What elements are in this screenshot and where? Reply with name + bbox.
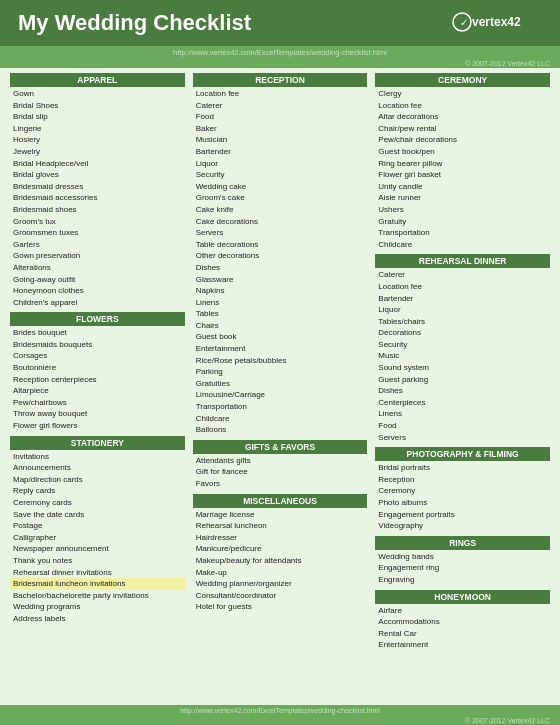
- list-item: Brides bouquet: [10, 327, 185, 339]
- list-item: Flower girl flowers: [10, 420, 185, 432]
- list-item: Children's apparel: [10, 297, 185, 309]
- footer-copyright: © 2007-2012 Vertex42 LLC: [0, 716, 560, 725]
- svg-text:vertex42: vertex42: [472, 15, 521, 29]
- list-item: Engagement portraits: [375, 509, 550, 521]
- section-3-4: RINGSWedding bandsEngagement ringEngravi…: [375, 536, 550, 586]
- list-item: Newspaper announcement: [10, 543, 185, 555]
- list-item: Map/direction cards: [10, 474, 185, 486]
- list-item: Aisle runner: [375, 192, 550, 204]
- svg-text:✓: ✓: [460, 17, 468, 28]
- list-item: Ring bearer pillow: [375, 158, 550, 170]
- page: My Wedding Checklist vertex42 ✓ http://w…: [0, 0, 560, 725]
- list-item: Servers: [375, 432, 550, 444]
- list-item: Favors: [193, 478, 368, 490]
- copyright-top: © 2007-2012 Vertex42 LLC: [0, 59, 560, 68]
- list-item: Rice/Rose petals/bubbles: [193, 355, 368, 367]
- list-item: Reply cards: [10, 485, 185, 497]
- section-header-3-1: CEREMONY: [375, 73, 550, 87]
- list-item: Chair/pew rental: [375, 123, 550, 135]
- list-item: Bridesmaids bouquets: [10, 339, 185, 351]
- list-item: Security: [193, 169, 368, 181]
- list-item: Going-away outfit: [10, 274, 185, 286]
- list-item: Jewelry: [10, 146, 185, 158]
- list-item: Airfare: [375, 605, 550, 617]
- list-item: Marriage license: [193, 509, 368, 521]
- section-2-2: GIFTS & FAVORSAttendants giftsGift for f…: [193, 440, 368, 490]
- list-item: Gratuities: [193, 378, 368, 390]
- column-1: APPARELGownBridal ShoesBridal slipLinger…: [6, 73, 189, 700]
- list-item: Attendants gifts: [193, 455, 368, 467]
- list-item: Glassware: [193, 274, 368, 286]
- list-item: Security: [375, 339, 550, 351]
- list-item: Bridesmaid luncheon invitations: [10, 578, 185, 590]
- list-item: Make-up: [193, 567, 368, 579]
- list-item: Balloons: [193, 424, 368, 436]
- list-item: Liquor: [193, 158, 368, 170]
- page-title: My Wedding Checklist: [18, 10, 251, 36]
- list-item: Location fee: [375, 281, 550, 293]
- section-3-5: HONEYMOONAirfareAccommodationsRental Car…: [375, 590, 550, 651]
- section-header-3-2: REHEARSAL DINNER: [375, 254, 550, 268]
- list-item: Bridal Headpiece/veil: [10, 158, 185, 170]
- section-2-3: MISCELLANEOUSMarriage licenseRehearsal l…: [193, 494, 368, 613]
- list-item: Entertainment: [375, 639, 550, 651]
- vertex42-logo-icon: vertex42 ✓: [452, 11, 542, 33]
- list-item: Ceremony cards: [10, 497, 185, 509]
- list-item: Rental Car: [375, 628, 550, 640]
- section-3-2: REHEARSAL DINNERCatererLocation feeBarte…: [375, 254, 550, 443]
- list-item: Tables: [193, 308, 368, 320]
- list-item: Groomsmen tuxes: [10, 227, 185, 239]
- list-item: Manicure/pedicure: [193, 543, 368, 555]
- list-item: Honeymoon clothes: [10, 285, 185, 297]
- header: My Wedding Checklist vertex42 ✓: [0, 0, 560, 46]
- list-item: Makeup/beauty for attendants: [193, 555, 368, 567]
- list-item: Dishes: [375, 385, 550, 397]
- column-3: CEREMONYClergyLocation feeAltar decorati…: [371, 73, 554, 700]
- list-item: Ushers: [375, 204, 550, 216]
- list-item: Bridal gloves: [10, 169, 185, 181]
- list-item: Table decorations: [193, 239, 368, 251]
- list-item: Liquor: [375, 304, 550, 316]
- list-item: Tables/chairs: [375, 316, 550, 328]
- list-item: Guest book/pen: [375, 146, 550, 158]
- section-header-3-4: RINGS: [375, 536, 550, 550]
- list-item: Wedding programs: [10, 601, 185, 613]
- list-item: Bridal slip: [10, 111, 185, 123]
- list-item: Boutonniére: [10, 362, 185, 374]
- list-item: Wedding planner/organizer: [193, 578, 368, 590]
- list-item: Location fee: [375, 100, 550, 112]
- list-item: Bridesmaid dresses: [10, 181, 185, 193]
- list-item: Childcare: [375, 239, 550, 251]
- list-item: Servers: [193, 227, 368, 239]
- list-item: Groom's cake: [193, 192, 368, 204]
- list-item: Gift for fiancee: [193, 466, 368, 478]
- list-item: Bachelor/bachelorette party invitations: [10, 590, 185, 602]
- list-item: Address labels: [10, 613, 185, 625]
- list-item: Reception centerpieces: [10, 374, 185, 386]
- list-item: Entertainment: [193, 343, 368, 355]
- list-item: Guest parking: [375, 374, 550, 386]
- list-item: Linens: [193, 297, 368, 309]
- section-2-1: RECEPTIONLocation feeCatererFoodBakerMus…: [193, 73, 368, 436]
- list-item: Cake knife: [193, 204, 368, 216]
- list-item: Thank you notes: [10, 555, 185, 567]
- list-item: Limousine/Carriage: [193, 389, 368, 401]
- section-header-3-5: HONEYMOON: [375, 590, 550, 604]
- list-item: Bridal Shoes: [10, 100, 185, 112]
- list-item: Gown: [10, 88, 185, 100]
- list-item: Rehearsal dinner invitations: [10, 567, 185, 579]
- list-item: Food: [193, 111, 368, 123]
- list-item: Consultant/coordinator: [193, 590, 368, 602]
- list-item: Other decorations: [193, 250, 368, 262]
- list-item: Transportation: [193, 401, 368, 413]
- list-item: Invitations: [10, 451, 185, 463]
- list-item: Decorations: [375, 327, 550, 339]
- list-item: Announcements: [10, 462, 185, 474]
- list-item: Transportation: [375, 227, 550, 239]
- list-item: Alterations: [10, 262, 185, 274]
- list-item: Centerpieces: [375, 397, 550, 409]
- list-item: Gratuity: [375, 216, 550, 228]
- section-header-1-1: APPAREL: [10, 73, 185, 87]
- header-logo: vertex42 ✓: [452, 11, 542, 35]
- list-item: Hotel for guests: [193, 601, 368, 613]
